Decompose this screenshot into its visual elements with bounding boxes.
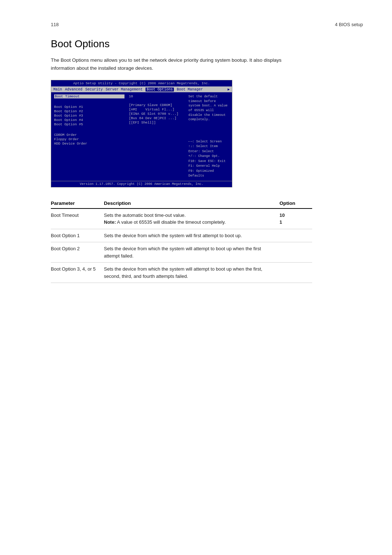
page-header: 118 4 BIOS setup	[51, 22, 363, 27]
bios-spacer-2	[54, 127, 124, 131]
bios-item-boot-option-5[interactable]: Boot Option #5	[54, 122, 124, 126]
param-boot-option-2: Boot Option 2	[51, 242, 104, 263]
bios-right-panel: Set the default timeout before system bo…	[185, 92, 232, 181]
bios-value-option3: [EINA GE Slot 0700 v...]	[129, 112, 184, 116]
bios-spacer-1	[54, 99, 124, 103]
bios-menu-server[interactable]: Server Management	[106, 88, 143, 92]
key-save-exit: F10: Save ESC: Exit	[188, 159, 229, 164]
key-change: +/-: Change Opt.	[188, 154, 229, 159]
bios-menu-main[interactable]: Main	[53, 88, 62, 92]
option-boot-option-2	[279, 242, 312, 263]
bios-item-boot-option-1[interactable]: Boot Option #1	[54, 105, 124, 109]
bios-item-boot-option-2[interactable]: Boot Option #2	[54, 109, 124, 113]
bios-title-bar: Aptio Setup Utility - Copyright (C) 2006…	[51, 80, 232, 86]
bios-item-boot-option-4[interactable]: Boot Option #4	[54, 118, 124, 122]
bios-item-boot-timeout[interactable]: Boot Timeout	[54, 94, 124, 98]
option-boot-option-345	[279, 263, 312, 283]
bios-body: Boot Timeout Boot Option #1 Boot Option …	[51, 92, 232, 181]
bios-value-option5: [[EFI Shell]]	[129, 121, 184, 125]
table-row: Boot Option 1 Sets the device from which…	[51, 229, 312, 242]
page-container: 118 4 BIOS setup Boot Options The Boot O…	[0, 0, 392, 305]
table-row: Boot Timeout Sets the automatic boot tim…	[51, 208, 312, 229]
bios-menu-advanced[interactable]: Advanced	[65, 88, 82, 92]
bios-help-text: Set the default timeout before system bo…	[188, 94, 229, 122]
bios-screenshot: Aptio Setup Utility - Copyright (C) 2006…	[51, 80, 232, 187]
bios-key-help: ←→: Select Screen ↑↓: Select Item Enter:…	[188, 139, 229, 179]
table-row: Boot Option 2 Sets the device from which…	[51, 242, 312, 263]
bios-item-boot-option-3[interactable]: Boot Option #3	[54, 114, 124, 118]
desc-boot-option-2: Sets the device from which the system wi…	[104, 242, 279, 263]
section-title: Boot Options	[51, 38, 363, 50]
page-number: 118	[51, 22, 59, 27]
bios-item-cdrom-order[interactable]: CDROM Order	[54, 133, 124, 137]
param-boot-timeout: Boot Timeout	[51, 208, 104, 229]
table-header-row: Parameter Description Option	[51, 198, 312, 208]
option-boot-option-1	[279, 229, 312, 242]
option-boot-timeout: 101	[279, 208, 312, 229]
bios-value-option1: [Primary Slave CDROM]	[129, 103, 184, 107]
desc-boot-option-345: Sets the device from which the system wi…	[104, 263, 279, 283]
col-header-option: Option	[279, 198, 312, 208]
table-row: Boot Option 3, 4, or 5 Sets the device f…	[51, 263, 312, 283]
bios-right-spacer	[188, 125, 229, 139]
key-help: F1: General Help	[188, 164, 229, 169]
col-header-description: Description	[104, 198, 279, 208]
bios-left-panel: Boot Timeout Boot Option #1 Boot Option …	[51, 92, 127, 181]
chapter-title: 4 BIOS setup	[335, 22, 363, 27]
bios-value-option4: [Bus 04 Dev 0E)PCI ...]	[129, 116, 184, 120]
intro-text: The Boot Options menu allows you to set …	[51, 56, 298, 72]
param-boot-option-1: Boot Option 1	[51, 229, 104, 242]
key-enter: Enter: Select	[188, 149, 229, 154]
bios-value-timeout: 10	[129, 94, 184, 98]
bios-menu-boot-options[interactable]: Boot Options	[146, 88, 174, 92]
bios-menu-bar: Main Advanced Security Server Management…	[51, 86, 232, 92]
bios-item-hdd-order[interactable]: HDD Device Order	[54, 142, 124, 146]
bios-center-panel: 10 [Primary Slave CDROM] [AMI Virtual Fl…	[127, 92, 185, 181]
bios-value-spacer	[129, 99, 184, 103]
note-label: Note:	[104, 219, 116, 225]
bios-footer: Version 1.17.1057. Copyright (C) 2006 Am…	[51, 181, 232, 187]
key-select-item: ↑↓: Select Item	[188, 144, 229, 149]
key-defaults: F9: Optimized Defaults	[188, 169, 229, 179]
desc-boot-option-1: Sets the device from which the system wi…	[104, 229, 279, 242]
bios-menu-arrow: ▶	[228, 87, 230, 92]
key-select-screen: ←→: Select Screen	[188, 139, 229, 145]
desc-boot-timeout: Sets the automatic boot time-out value. …	[104, 208, 279, 229]
param-boot-option-345: Boot Option 3, 4, or 5	[51, 263, 104, 283]
bios-menu-security[interactable]: Security	[85, 88, 103, 92]
bios-value-option2: [AMI Virtual Fl...]	[129, 108, 184, 112]
bios-item-floppy-order[interactable]: Floppy Order	[54, 137, 124, 141]
params-table: Parameter Description Option Boot Timeou…	[51, 198, 312, 283]
bios-menu-boot-manager[interactable]: Boot Manager	[177, 88, 203, 92]
col-header-parameter: Parameter	[51, 198, 104, 208]
